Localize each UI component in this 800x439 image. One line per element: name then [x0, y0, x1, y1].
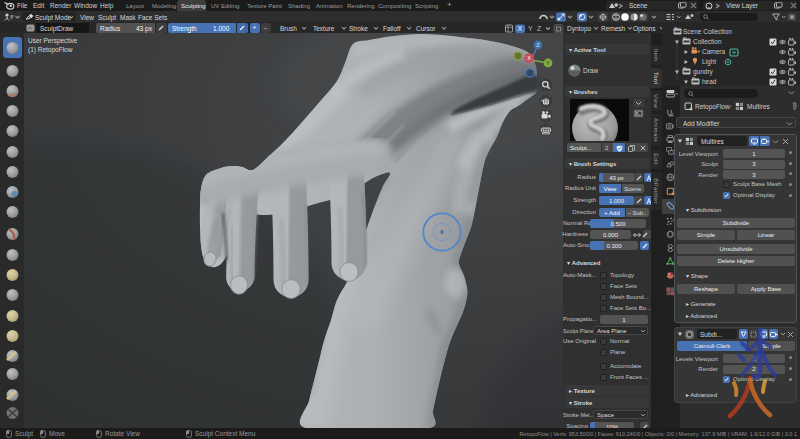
svg-text:Y: Y [546, 60, 550, 66]
svg-text:Z: Z [537, 25, 542, 32]
svg-text:Y: Y [528, 25, 533, 32]
svg-text:X: X [518, 25, 523, 32]
svg-text:X: X [527, 55, 531, 61]
